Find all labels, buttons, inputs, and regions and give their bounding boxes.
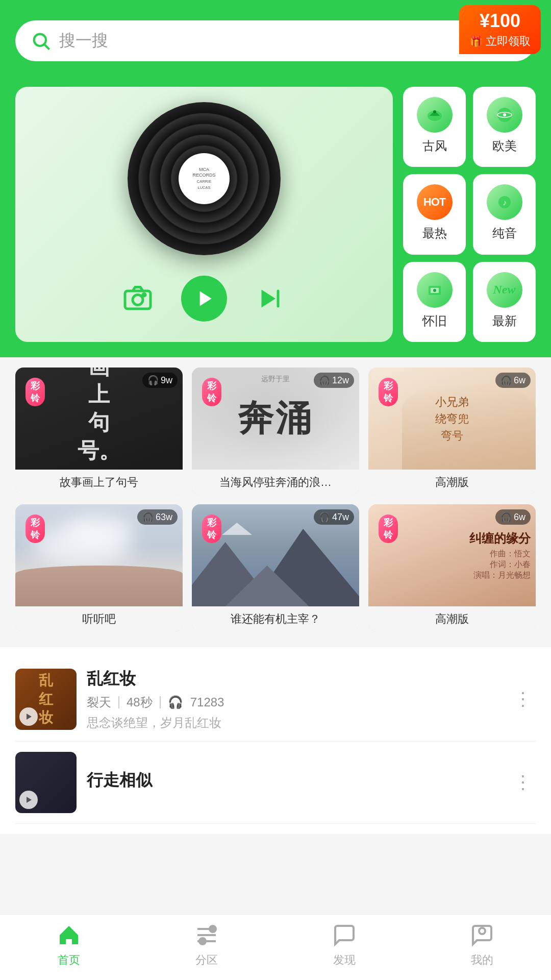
svg-marker-18	[27, 714, 32, 720]
listen-count-1: 🎧 9w	[142, 373, 178, 388]
huaijiu-icon	[417, 272, 453, 308]
camera-button[interactable]	[120, 281, 156, 316]
list-item-1[interactable]: 乱红妆 乱红妆 裂天 48秒 🎧 71283 思念谈绝望，岁月乱红妆 ⋮	[15, 657, 536, 742]
svg-marker-6	[262, 290, 276, 308]
songs-section: 画上句号。 怪阿姨 彩铃 🎧 9w 故事画上了句号 远野于里	[0, 357, 551, 642]
cailing-text-5: 彩铃	[202, 514, 221, 543]
list-title-2: 行走相似	[87, 769, 500, 792]
divider-2	[160, 696, 161, 708]
next-button[interactable]	[253, 281, 288, 316]
count-text-3: 6w	[514, 375, 525, 386]
genre-item-zuixin[interactable]: New 最新	[473, 262, 536, 342]
svg-point-24	[199, 938, 206, 944]
nav-item-home[interactable]: 首页	[0, 923, 138, 968]
svg-point-17	[433, 289, 436, 292]
genre-item-huaijiu[interactable]: 怀旧	[403, 262, 466, 342]
chunyin-icon: ♪	[487, 184, 522, 220]
more-button-1[interactable]: ⋮	[510, 689, 536, 710]
list-item-2[interactable]: 行走相似 ⋮	[15, 742, 536, 824]
list-info-1: 乱红妆 裂天 48秒 🎧 71283 思念谈绝望，岁月乱红妆	[87, 668, 500, 731]
vinyl-card: MCARECORDSCARRIELUCAS	[15, 87, 393, 342]
svg-text:♪: ♪	[503, 198, 507, 207]
cailing-text-2: 彩铃	[202, 378, 221, 406]
gufeng-icon	[417, 97, 453, 133]
list-info-2: 行走相似	[87, 769, 500, 796]
play-overlay-1	[19, 707, 38, 726]
cailing-text-1: 彩铃	[26, 378, 45, 406]
song-card-2[interactable]: 远野于里 奔涌 彩铃 🎧 12w 当海风停驻奔涌的浪…	[192, 368, 359, 495]
more-button-2[interactable]: ⋮	[510, 772, 536, 793]
headphone-icon-6: 🎧	[500, 511, 512, 523]
zuixin-icon: New	[487, 272, 522, 308]
song-title-2: 当海风停驻奔涌的浪…	[192, 470, 359, 495]
gift-icon: 🎁	[470, 35, 483, 47]
song-title-5: 谁还能有机主宰？	[192, 606, 359, 632]
genre-item-gufeng[interactable]: 古风	[403, 87, 466, 167]
song-card-3[interactable]: 小兄弟绕弯兜弯号 彩铃 🎧 6w 高潮版	[368, 368, 536, 495]
genre-label-zuixin: 最新	[492, 313, 517, 329]
list-section: 乱红妆 乱红妆 裂天 48秒 🎧 71283 思念谈绝望，岁月乱红妆 ⋮	[0, 647, 551, 834]
listen-count-4: 🎧 63w	[137, 509, 178, 525]
count-text-6: 6w	[514, 512, 525, 523]
headphone-list-icon-1: 🎧	[168, 695, 183, 709]
coupon-amount: ¥100	[468, 10, 532, 32]
nav-label-home: 首页	[58, 952, 80, 968]
song-title-1: 故事画上了句号	[15, 470, 183, 495]
song-card-4[interactable]: 彩铃 🎧 63w 听听吧	[15, 504, 183, 632]
divider-1	[118, 696, 119, 708]
listen-count-6: 🎧 6w	[495, 509, 531, 525]
genre-item-oumei[interactable]: 欧美	[473, 87, 536, 167]
svg-marker-19	[27, 797, 32, 803]
count-text-5: 47w	[332, 512, 349, 523]
genre-item-chunyin[interactable]: ♪ 纯音	[473, 174, 536, 254]
svg-point-3	[133, 295, 143, 305]
headphone-icon-2: 🎧	[319, 375, 330, 386]
faxian-icon	[332, 923, 357, 949]
song-title-6: 高潮版	[368, 606, 536, 632]
svg-line-1	[45, 45, 49, 50]
song-card-5[interactable]: 彩铃 🎧 47w 谁还能有机主宰？	[192, 504, 359, 632]
vinyl-label: MCARECORDSCARRIELUCAS	[179, 153, 230, 204]
svg-rect-7	[277, 290, 280, 308]
headphone-icon-1: 🎧	[147, 375, 159, 386]
artist-1: 裂天	[87, 694, 111, 710]
listen-count-2: 🎧 12w	[314, 373, 354, 388]
svg-point-4	[143, 293, 145, 296]
nav-label-fengqu: 分区	[195, 952, 218, 968]
play-button[interactable]	[181, 276, 227, 322]
header: 搜一搜 ¥100 🎁 立即领取	[0, 0, 551, 77]
search-icon	[31, 31, 51, 51]
bottom-nav: 首页 分区 发现 我的	[0, 914, 551, 980]
vinyl-label-text: MCARECORDSCARRIELUCAS	[192, 167, 215, 191]
song-card-6[interactable]: 纠缠的缘分 作曲：悟文作词：小春演唱：月光畅想 彩铃 🎧 6w 高潮版	[368, 504, 536, 632]
nav-item-faxian[interactable]: 发现	[276, 923, 413, 968]
headphone-icon-4: 🎧	[142, 511, 154, 523]
coupon-badge[interactable]: ¥100 🎁 立即领取	[459, 5, 541, 54]
listen-count-3: 🎧 6w	[495, 373, 531, 388]
nav-item-fengqu[interactable]: 分区	[138, 923, 276, 968]
genre-label-oumei: 欧美	[492, 138, 517, 154]
svg-point-11	[503, 113, 506, 116]
nav-label-wo: 我的	[471, 952, 493, 968]
main-section: MCARECORDSCARRIELUCAS	[0, 77, 551, 357]
cailing-text-4: 彩铃	[26, 514, 45, 543]
svg-marker-5	[200, 291, 212, 306]
wo-icon	[470, 923, 494, 949]
songs-grid: 画上句号。 怪阿姨 彩铃 🎧 9w 故事画上了句号 远野于里	[15, 368, 536, 632]
headphone-icon-3: 🎧	[500, 375, 512, 386]
search-bar[interactable]: 搜一搜	[15, 20, 536, 61]
genre-item-zuire[interactable]: HOT 最热	[403, 174, 466, 254]
count-text-1: 9w	[161, 375, 172, 386]
genre-label-zuire: 最热	[422, 225, 447, 241]
nav-item-wo[interactable]: 我的	[413, 923, 551, 968]
listen-count-5: 🎧 47w	[314, 509, 354, 525]
search-placeholder: 搜一搜	[59, 30, 108, 52]
cailing-text-6: 彩铃	[379, 514, 398, 543]
cailing-text-3: 彩铃	[379, 378, 398, 406]
vinyl-controls	[120, 276, 288, 322]
home-icon	[57, 923, 81, 949]
list-thumb-1: 乱红妆	[15, 669, 77, 730]
coupon-action: 立即领取	[486, 34, 531, 49]
list-meta-1: 裂天 48秒 🎧 71283	[87, 694, 500, 710]
song-card-1[interactable]: 画上句号。 怪阿姨 彩铃 🎧 9w 故事画上了句号	[15, 368, 183, 495]
